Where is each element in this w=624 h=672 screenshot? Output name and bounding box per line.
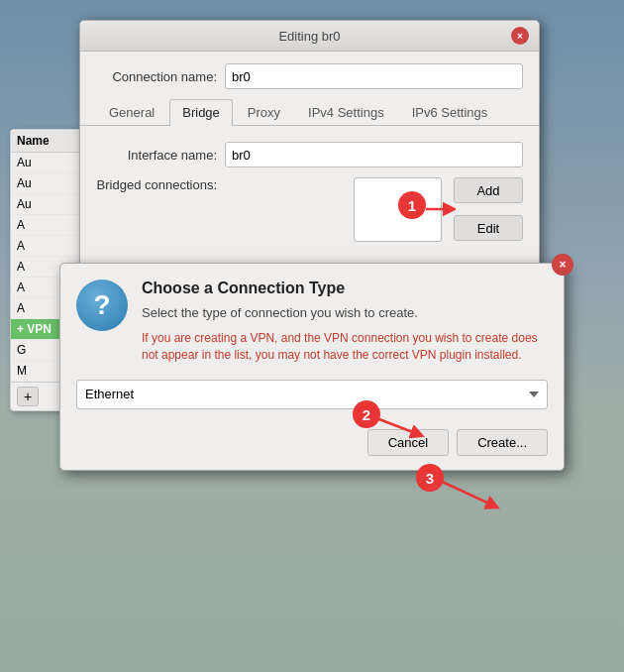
interface-name-row: Interface name: <box>96 142 523 168</box>
interface-name-input[interactable] <box>225 142 523 168</box>
conn-subtitle: Select the type of connection you wish t… <box>142 305 548 320</box>
conn-close-button[interactable]: × <box>552 254 573 276</box>
annotation-circle-2: 2 <box>353 400 380 428</box>
tab-bridge[interactable]: Bridge <box>169 99 233 126</box>
nm-name-col: Name <box>17 134 50 148</box>
dialog-titlebar: Editing br0 × <box>80 21 539 52</box>
add-bridge-button[interactable]: Add <box>454 177 523 203</box>
conn-warning: If you are creating a VPN, and the VPN c… <box>142 330 548 364</box>
dialog-title: Editing br0 <box>108 29 511 44</box>
choose-connection-dialog: × ? Choose a Connection Type Select the … <box>59 263 565 471</box>
bridged-connections-label: Bridged connections: <box>96 177 225 192</box>
connection-name-row: Connection name: <box>96 63 523 89</box>
conn-title: Choose a Connection Type <box>142 280 548 297</box>
bridge-tab-content: Interface name: Bridged connections: Add… <box>96 138 523 256</box>
tab-proxy[interactable]: Proxy <box>235 99 293 125</box>
connection-type-select[interactable]: Ethernet Wi-Fi Bluetooth InfiniBand DSL … <box>76 380 548 409</box>
bridged-connections-section: Bridged connections: Add Edit <box>96 177 523 242</box>
tab-general[interactable]: General <box>96 99 167 125</box>
conn-text: Choose a Connection Type Select the type… <box>142 280 548 364</box>
tab-ipv4[interactable]: IPv4 Settings <box>295 99 397 125</box>
bridged-connections-row: Bridged connections: Add Edit <box>96 177 523 242</box>
annotation-circle-1: 1 <box>398 191 426 219</box>
connection-name-input[interactable] <box>225 63 523 89</box>
edit-bridge-button[interactable]: Edit <box>454 215 523 241</box>
question-icon: ? <box>76 280 128 331</box>
annotation-circle-3: 3 <box>416 464 444 492</box>
bridge-buttons: Add Edit <box>454 177 523 247</box>
tabs: General Bridge Proxy IPv4 Settings IPv6 … <box>80 99 539 126</box>
interface-name-label: Interface name: <box>96 148 225 163</box>
conn-body: ? Choose a Connection Type Select the ty… <box>60 264 564 380</box>
connection-name-label: Connection name: <box>96 69 225 84</box>
bridged-connections-list <box>354 177 442 242</box>
add-connection-button[interactable]: + <box>17 387 39 406</box>
conn-dropdown-row: Ethernet Wi-Fi Bluetooth InfiniBand DSL … <box>60 380 564 421</box>
conn-cancel-button[interactable]: Cancel <box>367 429 449 456</box>
conn-create-button[interactable]: Create... <box>457 429 548 456</box>
conn-footer: Cancel Create... <box>60 421 564 470</box>
tab-ipv6[interactable]: IPv6 Settings <box>399 99 501 125</box>
dialog-close-button[interactable]: × <box>511 27 529 45</box>
